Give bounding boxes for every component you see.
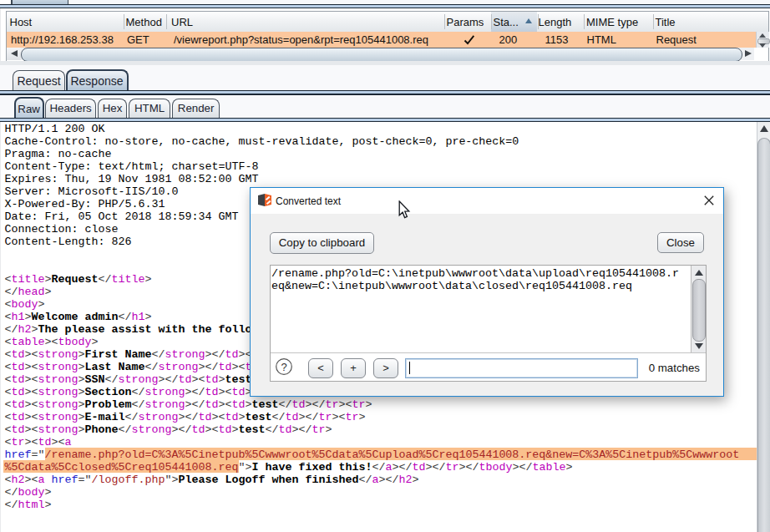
svg-text:?: ? <box>281 361 286 373</box>
